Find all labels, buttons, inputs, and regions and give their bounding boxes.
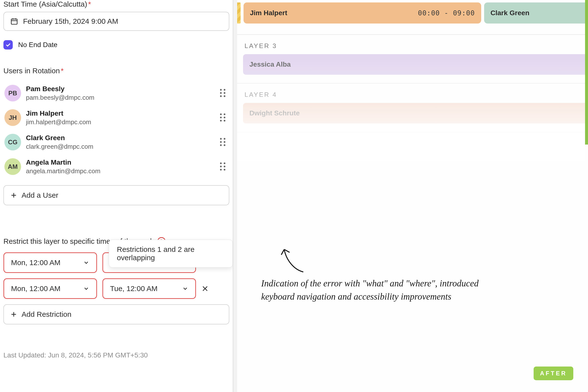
user-name: Clark Green — [26, 134, 215, 142]
form-panel: Start Time (Asia/Calcutta)* February 15t… — [0, 0, 233, 392]
schedule-bar-clark[interactable]: Clark Green — [484, 2, 585, 24]
last-updated: Last Updated: Jun 8, 2024, 5:56 PM GMT+5… — [4, 351, 229, 359]
layer-block: LAYER 4 Dwight Schrute — [237, 83, 588, 132]
avatar: AM — [4, 158, 21, 175]
layer-title: LAYER 4 — [237, 91, 588, 98]
user-name: Pam Beesly — [26, 85, 215, 93]
restriction-from-value: Mon, 12:00 AM — [11, 284, 60, 293]
avatar: PB — [4, 85, 21, 102]
no-end-date-label: No End Date — [18, 41, 57, 49]
layer-person: Dwight Schrute — [250, 109, 300, 117]
chevron-down-icon — [182, 286, 188, 292]
layer-block: LAYER 3 Jessica Alba — [237, 34, 588, 83]
restriction-from-select[interactable]: Mon, 12:00 AM — [4, 252, 97, 273]
schedule-top-row: Jim Halpert 00:00 - 09:00 Clark Green — [237, 0, 588, 34]
restriction-from-select[interactable]: Mon, 12:00 AM — [4, 278, 97, 299]
layer-person: Jessica Alba — [250, 60, 291, 68]
check-icon — [5, 42, 11, 48]
start-time-value: February 15th, 2024 9:00 AM — [23, 17, 118, 26]
user-row[interactable]: JH Jim Halpert jim.halpert@dmpc.com — [4, 105, 229, 130]
schedule-bar-name: Clark Green — [490, 9, 530, 17]
panel-divider — [233, 0, 237, 392]
plus-icon — [10, 192, 17, 199]
user-row[interactable]: PB Pam Beesly pam.beesly@dmpc.com — [4, 81, 229, 105]
add-restriction-button[interactable]: Add Restriction — [4, 304, 229, 324]
add-user-button[interactable]: Add a User — [4, 185, 229, 205]
error-tooltip: Restrictions 1 and 2 are overlapping — [109, 240, 233, 268]
plus-icon — [10, 311, 17, 318]
schedule-bar-jim[interactable]: Jim Halpert 00:00 - 09:00 — [244, 2, 481, 24]
drag-handle-icon[interactable] — [220, 138, 226, 146]
user-row[interactable]: AM Angela Martin angela.martin@dmpc.com — [4, 154, 229, 179]
avatar: CG — [4, 134, 21, 150]
avatar: JH — [4, 109, 21, 126]
user-email: pam.beesly@dmpc.com — [26, 94, 215, 102]
user-name: Angela Martin — [26, 158, 215, 166]
user-email: clark.green@dmpc.com — [26, 143, 215, 150]
schedule-bar-name: Jim Halpert — [250, 9, 288, 17]
restriction-from-value: Mon, 12:00 AM — [11, 258, 60, 267]
user-row[interactable]: CG Clark Green clark.green@dmpc.com — [4, 130, 229, 154]
remove-restriction-button[interactable] — [202, 285, 209, 292]
user-email: angela.martin@dmpc.com — [26, 167, 215, 175]
drag-handle-icon[interactable] — [220, 89, 226, 97]
start-time-label: Start Time (Asia/Calcutta)* — [4, 0, 229, 8]
add-user-label: Add a User — [22, 191, 58, 200]
schedule-bar-time: 00:00 - 09:00 — [418, 9, 475, 17]
layer-title: LAYER 3 — [237, 42, 588, 50]
schedule-bar-partial[interactable] — [237, 2, 240, 24]
user-name: Jim Halpert — [26, 110, 215, 117]
users-label: Users in Rotation* — [4, 67, 229, 75]
layer-bar[interactable]: Dwight Schrute — [243, 103, 585, 124]
add-restriction-label: Add Restriction — [22, 310, 71, 318]
calendar-icon — [10, 18, 18, 25]
annotation-text: Indication of the error with "what" and … — [261, 277, 501, 303]
start-time-input[interactable]: February 15th, 2024 9:00 AM — [4, 12, 229, 31]
chevron-down-icon — [83, 286, 90, 292]
drag-handle-icon[interactable] — [220, 114, 226, 122]
after-badge: AFTER — [534, 366, 573, 380]
chevron-down-icon — [83, 260, 90, 266]
svg-rect-0 — [11, 19, 17, 24]
layer-bar[interactable]: Jessica Alba — [243, 54, 585, 75]
restriction-row: Mon, 12:00 AM Tue, 12:00 AM — [4, 278, 229, 299]
drag-handle-icon[interactable] — [220, 162, 226, 171]
schedule-panel: Jim Halpert 00:00 - 09:00 Clark Green LA… — [237, 0, 588, 392]
restriction-to-value: Tue, 12:00 AM — [110, 284, 158, 293]
restriction-to-select[interactable]: Tue, 12:00 AM — [102, 278, 196, 299]
no-end-date-row: No End Date — [4, 40, 229, 50]
user-email: jim.halpert@dmpc.com — [26, 118, 215, 126]
annotation-arrow-icon — [279, 245, 308, 274]
no-end-date-checkbox[interactable] — [4, 40, 13, 50]
